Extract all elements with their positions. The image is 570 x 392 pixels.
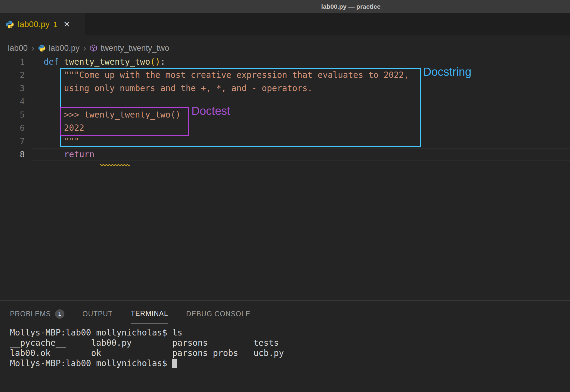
- tab-problem-count: 1: [53, 20, 57, 29]
- line-number: 4: [0, 95, 25, 108]
- code-editor[interactable]: 1 def twenty_twenty_two(): 2 """Come up …: [0, 55, 570, 161]
- line-number: 5: [0, 108, 25, 121]
- problems-count-badge: 1: [55, 309, 64, 319]
- terminal[interactable]: Mollys-MBP:lab00 mollynicholas$ ls __pyc…: [10, 328, 570, 369]
- breadcrumb: lab00 › lab00.py › twenty_twenty_two: [0, 40, 570, 57]
- code-line-7[interactable]: 7 """: [0, 135, 570, 148]
- code-line-4[interactable]: 4: [0, 95, 570, 108]
- line-number: 1: [0, 55, 25, 69]
- terminal-prompt: Mollys-MBP:lab00 mollynicholas$: [10, 358, 172, 368]
- window-title: lab00.py — practice: [321, 3, 380, 10]
- terminal-cursor: [172, 359, 177, 368]
- code-line-6[interactable]: 6 2022: [0, 121, 570, 135]
- python-icon: [38, 44, 46, 52]
- panel-tab-debug-console[interactable]: DEBUG CONSOLE: [186, 304, 251, 323]
- editor-tab-lab00[interactable]: lab00.py 1 ✕: [0, 13, 85, 35]
- tab-close-icon[interactable]: ✕: [64, 20, 70, 29]
- code-text: def twenty_twenty_two():: [44, 55, 166, 69]
- line-number: 2: [0, 69, 25, 82]
- panel-tab-label: DEBUG CONSOLE: [186, 310, 251, 318]
- code-text: return: [44, 148, 99, 161]
- tab-strip: lab00.py 1 ✕: [0, 13, 570, 35]
- warning-squiggle-icon: [100, 157, 130, 160]
- terminal-line: lab00.ok ok parsons_probs ucb.py: [10, 348, 570, 358]
- breadcrumb-item-file[interactable]: lab00.py: [49, 44, 79, 53]
- code-text: """Come up with the most creative expres…: [44, 69, 409, 82]
- title-bar: lab00.py — practice: [0, 0, 570, 13]
- doctest-annotation-label: Doctest: [191, 105, 230, 118]
- line-number: 8: [0, 148, 25, 161]
- code-line-3[interactable]: 3 using only numbers and the +, *, and -…: [0, 82, 570, 95]
- panel-tab-problems[interactable]: PROBLEMS 1: [10, 304, 64, 323]
- python-icon: [5, 20, 14, 29]
- code-line-1[interactable]: 1 def twenty_twenty_two():: [0, 55, 570, 69]
- code-line-5[interactable]: 5 >>> twenty_twenty_two(): [0, 108, 570, 121]
- code-line-2[interactable]: 2 """Come up with the most creative expr…: [0, 69, 570, 82]
- panel-divider: [0, 300, 570, 301]
- code-text: """: [44, 135, 79, 148]
- line-number: 7: [0, 135, 25, 148]
- panel-tab-label: PROBLEMS: [10, 310, 51, 318]
- panel-tab-label: OUTPUT: [82, 310, 113, 318]
- line-number: 6: [0, 121, 25, 135]
- symbol-cube-icon: [90, 44, 98, 52]
- code-text: >>> twenty_twenty_two(): [44, 108, 181, 121]
- line-number: 3: [0, 82, 25, 95]
- tab-label: lab00.py: [18, 20, 50, 29]
- docstring-annotation-label: Docstring: [423, 66, 472, 78]
- chevron-right-icon: ›: [31, 44, 35, 53]
- panel-tab-terminal[interactable]: TERMINAL: [131, 304, 168, 323]
- code-text: using only numbers and the +, *, and - o…: [44, 82, 312, 95]
- terminal-line: Mollys-MBP:lab00 mollynicholas$ ls: [10, 328, 570, 338]
- terminal-line: Mollys-MBP:lab00 mollynicholas$: [10, 358, 570, 369]
- chevron-right-icon: ›: [82, 44, 87, 53]
- code-line-8[interactable]: 8 return: [0, 148, 570, 161]
- terminal-line: __pycache__ lab00.py parsons tests: [10, 338, 570, 348]
- breadcrumb-item-lab00[interactable]: lab00: [8, 44, 28, 53]
- code-text: 2022: [44, 121, 84, 135]
- panel-tab-label: TERMINAL: [131, 310, 168, 318]
- panel-tab-bar: PROBLEMS 1 OUTPUT TERMINAL DEBUG CONSOLE: [10, 304, 250, 323]
- breadcrumb-item-symbol[interactable]: twenty_twenty_two: [101, 44, 169, 53]
- panel-tab-output[interactable]: OUTPUT: [82, 304, 113, 323]
